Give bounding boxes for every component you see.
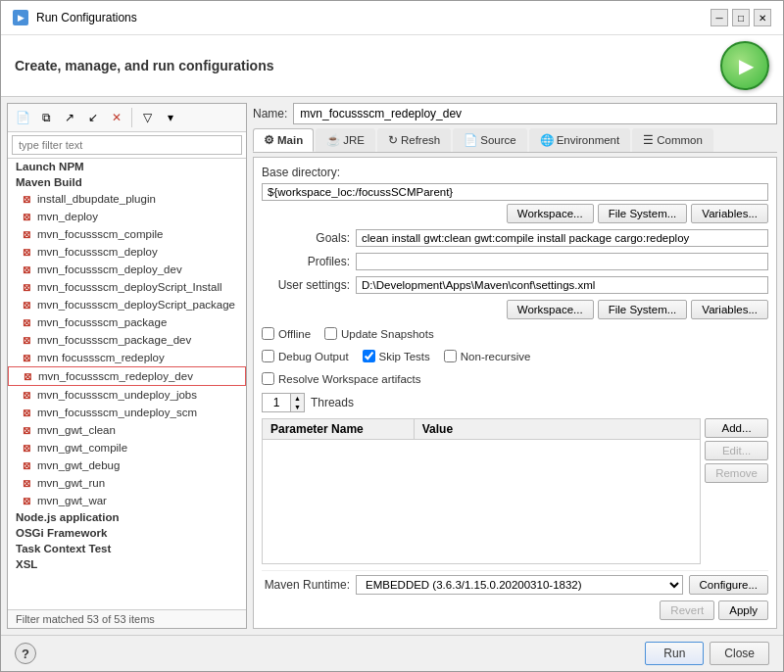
maven-error-icon: ⊠ — [20, 441, 33, 455]
tab-common[interactable]: ☰ Common — [632, 128, 713, 152]
left-panel: 📄 ⧉ ↗ ↙ ✕ ▽ ▾ Launch NPM Maven Build ⊠ i… — [7, 103, 247, 629]
profiles-row: Profiles: — [262, 253, 768, 270]
filesystem-button-2[interactable]: File System... — [598, 300, 688, 319]
tab-jre[interactable]: ☕ JRE — [316, 128, 375, 152]
maximize-button[interactable]: □ — [732, 9, 750, 26]
list-item[interactable]: ⊠ mvn_focussscm_deploy — [8, 243, 246, 261]
help-button[interactable]: ? — [15, 643, 36, 664]
list-item[interactable]: ⊠ mvn_focussscm_deploy_dev — [8, 261, 246, 278]
filter-button[interactable]: ▽ — [136, 107, 158, 128]
list-item[interactable]: ⊠ mvn_gwt_clean — [8, 421, 246, 439]
new-config-button[interactable]: 📄 — [12, 107, 33, 128]
list-item[interactable]: ⊠ mvn_gwt_run — [8, 474, 246, 492]
workspace-button-2[interactable]: Workspace... — [507, 300, 594, 319]
group-osgi[interactable]: OSGi Framework — [8, 525, 246, 541]
list-item[interactable]: ⊠ mvn_focussscm_undeploy_scm — [8, 404, 246, 421]
export-button[interactable]: ↗ — [59, 107, 80, 128]
filter-row — [8, 132, 246, 159]
tab-refresh[interactable]: ↻ Refresh — [377, 128, 451, 152]
threads-arrows: ▲ ▼ — [290, 394, 304, 411]
param-col-name-header: Parameter Name — [263, 419, 415, 439]
list-item[interactable]: ⊠ mvn_gwt_war — [8, 492, 246, 509]
close-button[interactable]: Close — [710, 642, 769, 665]
resolve-workspace-checkbox[interactable]: Resolve Workspace artifacts — [262, 372, 421, 385]
group-task-context[interactable]: Task Context Test — [8, 541, 246, 556]
tab-source[interactable]: 📄 Source — [453, 128, 526, 152]
threads-input[interactable] — [263, 395, 290, 410]
variables-button-1[interactable]: Variables... — [691, 204, 768, 223]
variables-button-2[interactable]: Variables... — [691, 300, 768, 319]
selected-list-item[interactable]: ⊠ mvn_focussscm_redeploy_dev — [8, 366, 246, 386]
list-item[interactable]: ⊠ mvn focussscm_redeploy — [8, 349, 246, 366]
maven-error-icon: ⊠ — [20, 333, 33, 347]
list-item[interactable]: ⊠ mvn_deploy — [8, 208, 246, 225]
footer: ? Run Close — [1, 635, 783, 671]
goals-row: Goals: — [262, 229, 768, 247]
list-item[interactable]: ⊠ mvn_focussscm_deployScript_package — [8, 296, 246, 313]
delete-button[interactable]: ✕ — [106, 107, 127, 128]
skip-tests-checkbox[interactable]: Skip Tests — [363, 350, 430, 362]
list-item[interactable]: ⊠ mvn_focussscm_package_dev — [8, 331, 246, 349]
param-add-button[interactable]: Add... — [705, 418, 768, 438]
tab-environment-label: Environment — [557, 134, 620, 146]
maven-error-icon: ⊠ — [20, 280, 33, 294]
window-title: Run Configurations — [36, 11, 137, 24]
param-col-value-header: Value — [415, 419, 700, 439]
environment-icon: 🌐 — [540, 133, 554, 147]
checkboxes-row-2: Debug Output Skip Tests Non-recursive — [262, 348, 768, 364]
offline-checkbox[interactable]: Offline — [262, 327, 311, 340]
goals-input[interactable] — [356, 229, 768, 247]
import-button[interactable]: ↙ — [82, 107, 104, 128]
right-panel: Name: ⚙ Main ☕ JRE ↻ Refresh 📄 — [253, 103, 777, 629]
toolbar-separator — [131, 108, 132, 127]
base-directory-input[interactable] — [262, 183, 768, 201]
debug-output-checkbox[interactable]: Debug Output — [262, 350, 349, 362]
config-name-input[interactable] — [293, 103, 777, 124]
list-item[interactable]: ⊠ mvn_focussscm_compile — [8, 225, 246, 243]
jre-icon: ☕ — [326, 133, 340, 147]
profiles-label: Profiles: — [262, 255, 350, 268]
revert-button[interactable]: Revert — [660, 600, 714, 620]
maven-error-icon: ⊠ — [20, 298, 33, 312]
tab-main[interactable]: ⚙ Main — [253, 128, 314, 152]
title-bar-left: ▶ Run Configurations — [13, 10, 137, 25]
apply-button[interactable]: Apply — [718, 600, 768, 620]
minimize-button[interactable]: ─ — [710, 9, 728, 26]
group-maven-build[interactable]: Maven Build — [8, 174, 246, 190]
profiles-input[interactable] — [356, 253, 768, 270]
list-item[interactable]: ⊠ install_dbupdate_plugin — [8, 190, 246, 208]
run-button[interactable]: Run — [645, 642, 704, 665]
param-remove-button[interactable]: Remove — [705, 463, 768, 483]
filter-input[interactable] — [12, 135, 242, 155]
main-icon: ⚙ — [264, 133, 274, 147]
list-item[interactable]: ⊠ mvn_gwt_compile — [8, 439, 246, 456]
maven-error-icon: ⊠ — [20, 227, 33, 241]
filesystem-button-1[interactable]: File System... — [598, 204, 688, 223]
maven-error-icon: ⊠ — [20, 406, 33, 419]
maven-runtime-select[interactable]: EMBEDDED (3.6.3/1.15.0.20200310-1832) — [356, 575, 683, 595]
threads-down-button[interactable]: ▼ — [291, 403, 304, 411]
non-recursive-checkbox[interactable]: Non-recursive — [444, 350, 531, 362]
maven-error-icon: ⊠ — [20, 388, 33, 402]
duplicate-button[interactable]: ⧉ — [35, 107, 57, 128]
user-settings-row: User settings: — [262, 276, 768, 294]
tab-environment[interactable]: 🌐 Environment — [529, 128, 631, 152]
param-edit-button[interactable]: Edit... — [705, 441, 768, 460]
update-snapshots-checkbox[interactable]: Update Snapshots — [324, 327, 434, 340]
filter-dropdown-button[interactable]: ▾ — [160, 107, 181, 128]
user-settings-input[interactable] — [356, 276, 768, 294]
maven-runtime-label: Maven Runtime: — [262, 578, 350, 592]
threads-up-button[interactable]: ▲ — [291, 394, 304, 403]
list-item[interactable]: ⊠ mvn_focussscm_deployScript_Install — [8, 278, 246, 296]
run-play-button[interactable] — [720, 41, 769, 90]
group-nodejs[interactable]: Node.js application — [8, 509, 246, 525]
workspace-button-1[interactable]: Workspace... — [507, 204, 594, 223]
configure-button[interactable]: Configure... — [689, 575, 768, 595]
close-button[interactable]: ✕ — [754, 9, 771, 26]
tab-common-label: Common — [657, 134, 703, 146]
group-xsl[interactable]: XSL — [8, 556, 246, 572]
list-item[interactable]: ⊠ mvn_gwt_debug — [8, 456, 246, 474]
group-launch-npm[interactable]: Launch NPM — [8, 159, 246, 174]
list-item[interactable]: ⊠ mvn_focussscm_undeploy_jobs — [8, 386, 246, 404]
list-item[interactable]: ⊠ mvn_focussscm_package — [8, 313, 246, 331]
